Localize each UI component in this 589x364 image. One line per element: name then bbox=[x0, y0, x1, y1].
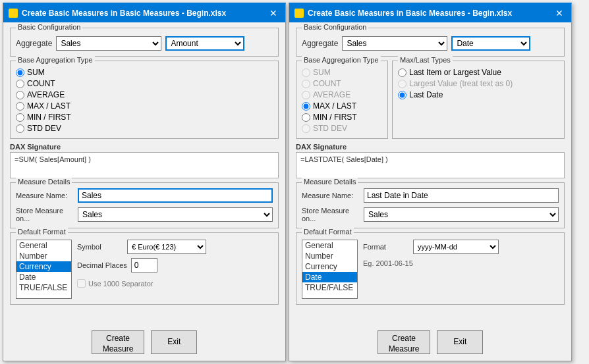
format-inner-2: General Number Currency Date TRUE/FALSE … bbox=[302, 240, 559, 299]
format-item-date-1[interactable]: Date bbox=[16, 272, 71, 282]
radio-max-last-1[interactable]: MAX / LAST bbox=[16, 101, 273, 111]
aggregate-row-2: Aggregate Sales Date bbox=[302, 36, 559, 51]
measure-name-input-1[interactable] bbox=[78, 188, 273, 203]
format-inner-1: General Number Currency Date TRUE/FALSE … bbox=[16, 240, 273, 299]
format-list-1[interactable]: General Number Currency Date TRUE/FALSE bbox=[16, 240, 72, 299]
decimal-label-1: Decimal Places bbox=[77, 261, 127, 269]
measure-name-label-2: Measure Name: bbox=[302, 192, 361, 199]
base-agg-type-group-2: Base Aggregation Type SUM COUNT AVERAGE … bbox=[296, 61, 388, 139]
radio-group-1: SUM COUNT AVERAGE MAX / LAST MIN / FIRST… bbox=[16, 68, 273, 133]
symbol-select-1[interactable]: € Euro(€ 123) bbox=[127, 240, 206, 254]
base-agg-type-group-1: Base Aggregation Type SUM COUNT AVERAGE … bbox=[10, 61, 279, 139]
basic-config-title-2: Basic Configuration bbox=[302, 23, 368, 31]
default-format-section-2: Default Format General Number Currency D… bbox=[296, 232, 565, 305]
title-bar-2: ⚡ Create Basic Measures in Basic Measure… bbox=[289, 4, 571, 22]
radio-last-date[interactable]: Last Date bbox=[398, 90, 559, 99]
close-button-2[interactable]: ✕ bbox=[553, 9, 566, 18]
field-select-2[interactable]: Date bbox=[451, 36, 530, 51]
format-item-truefalse-2[interactable]: TRUE/FALSE bbox=[302, 282, 357, 293]
dialog-body-2: Basic Configuration Aggregate Sales Date… bbox=[289, 22, 571, 326]
dialog-title-1: Create Basic Measures in Basic Measures … bbox=[22, 9, 226, 18]
store-measure-select-2[interactable]: Sales bbox=[364, 207, 559, 222]
app-icon-1: ⚡ bbox=[9, 9, 18, 18]
store-measure-row-1: Store Measure on... Sales bbox=[16, 207, 273, 222]
aggregate-select-2[interactable]: Sales bbox=[342, 36, 447, 51]
radio-average-2[interactable]: AVERAGE bbox=[302, 90, 382, 99]
title-bar-1: ⚡ Create Basic Measures in Basic Measure… bbox=[3, 4, 285, 22]
exit-button-2[interactable]: Exit bbox=[437, 330, 483, 354]
decimal-input-1[interactable] bbox=[131, 258, 157, 273]
dax-section-1: DAX Signature =SUM( Sales[Amount] ) bbox=[10, 143, 279, 178]
radio-max-last-2[interactable]: MAX / LAST bbox=[302, 101, 382, 111]
format-section-title-1: Default Format bbox=[16, 228, 68, 236]
measure-details-title-1: Measure Details bbox=[16, 178, 72, 186]
format-item-currency-1[interactable]: Currency bbox=[16, 261, 71, 272]
format-item-currency-2[interactable]: Currency bbox=[302, 261, 357, 272]
store-measure-label-2: Store Measure on... bbox=[302, 207, 361, 222]
radio-min-first-1[interactable]: MIN / FIRST bbox=[16, 113, 273, 122]
measure-name-label-1: Measure Name: bbox=[16, 192, 75, 199]
radio-last-item[interactable]: Last Item or Largest Value bbox=[398, 68, 559, 77]
dax-label-2: DAX Signature bbox=[296, 143, 565, 151]
exit-button-1[interactable]: Exit bbox=[151, 330, 197, 354]
field-select-1[interactable]: Amount bbox=[165, 36, 244, 51]
format-item-general-1[interactable]: General bbox=[16, 240, 71, 251]
dialog-footer-1: CreateMeasure Exit bbox=[3, 326, 285, 361]
dax-label-1: DAX Signature bbox=[10, 143, 279, 151]
dialog-2: ⚡ Create Basic Measures in Basic Measure… bbox=[289, 3, 572, 361]
store-measure-row-2: Store Measure on... Sales bbox=[302, 207, 559, 222]
measure-details-2: Measure Details Measure Name: Store Meas… bbox=[296, 182, 565, 228]
format-type-row-2: Format yyyy-MM-dd bbox=[363, 240, 559, 254]
format-list-2[interactable]: General Number Currency Date TRUE/FALSE bbox=[302, 240, 358, 299]
dialog-title-2: Create Basic Measures in Basic Measures … bbox=[308, 9, 512, 18]
dax-value-1: =SUM( Sales[Amount] ) bbox=[10, 152, 279, 178]
radio-count-2[interactable]: COUNT bbox=[302, 79, 382, 88]
app-icon-2: ⚡ bbox=[294, 9, 304, 18]
close-button-1[interactable]: ✕ bbox=[267, 9, 280, 18]
format-item-date-2[interactable]: Date bbox=[302, 272, 357, 282]
measure-name-row-1: Measure Name: bbox=[16, 188, 273, 203]
radio-average-1[interactable]: AVERAGE bbox=[16, 90, 273, 99]
agg-max-row: Base Aggregation Type SUM COUNT AVERAGE … bbox=[296, 61, 565, 139]
default-format-section-1: Default Format General Number Currency D… bbox=[10, 232, 279, 305]
radio-sum-2[interactable]: SUM bbox=[302, 68, 382, 77]
dialog-footer-2: CreateMeasure Exit bbox=[289, 326, 571, 361]
create-measure-button-1[interactable]: CreateMeasure bbox=[92, 330, 145, 354]
aggregate-select-1[interactable]: Sales bbox=[56, 36, 161, 51]
eg-text-2: Eg. 2001-06-15 bbox=[363, 259, 559, 267]
base-agg-title-1: Base Aggregation Type bbox=[16, 56, 95, 64]
format-right-2: Format yyyy-MM-dd Eg. 2001-06-15 bbox=[363, 240, 559, 299]
radio-count-1[interactable]: COUNT bbox=[16, 79, 273, 88]
radio-sum-1[interactable]: SUM bbox=[16, 68, 273, 77]
format-item-number-1[interactable]: Number bbox=[16, 251, 71, 261]
symbol-row-1: Symbol € Euro(€ 123) bbox=[77, 240, 273, 254]
separator-row-1: Use 1000 Separator bbox=[77, 279, 273, 288]
format-item-number-2[interactable]: Number bbox=[302, 251, 357, 261]
basic-config-title-1: Basic Configuration bbox=[16, 23, 82, 31]
create-measure-button-2[interactable]: CreateMeasure bbox=[378, 330, 431, 354]
separator-checkbox-1 bbox=[77, 279, 86, 288]
measure-name-row-2: Measure Name: bbox=[302, 188, 559, 203]
separator-label-1: Use 1000 Separator bbox=[88, 280, 153, 288]
measure-name-input-2[interactable] bbox=[364, 188, 559, 203]
format-select-2[interactable]: yyyy-MM-dd bbox=[413, 240, 499, 254]
radio-std-dev-2[interactable]: STD DEV bbox=[302, 124, 382, 133]
dax-section-2: DAX Signature =LASTDATE( Sales[Date] ) bbox=[296, 143, 565, 178]
store-measure-label-1: Store Measure on... bbox=[16, 207, 75, 222]
radio-largest-value[interactable]: Largest Value (treat text as 0) bbox=[398, 79, 559, 88]
max-last-types-title: Max/Last Types bbox=[398, 56, 453, 64]
format-section-title-2: Default Format bbox=[302, 228, 354, 236]
max-last-radio-group: Last Item or Largest Value Largest Value… bbox=[398, 68, 559, 99]
format-item-general-2[interactable]: General bbox=[302, 240, 357, 251]
format-right-1: Symbol € Euro(€ 123) Decimal Places Use … bbox=[77, 240, 273, 299]
radio-min-first-2[interactable]: MIN / FIRST bbox=[302, 113, 382, 122]
radio-std-dev-1[interactable]: STD DEV bbox=[16, 124, 273, 133]
dax-value-2: =LASTDATE( Sales[Date] ) bbox=[296, 152, 565, 178]
symbol-label-1: Symbol bbox=[77, 243, 123, 251]
aggregate-row-1: Aggregate Sales Amount bbox=[16, 36, 273, 51]
format-item-truefalse-1[interactable]: TRUE/FALSE bbox=[16, 282, 71, 293]
max-last-types-group: Max/Last Types Last Item or Largest Valu… bbox=[392, 61, 565, 139]
measure-details-title-2: Measure Details bbox=[302, 178, 358, 186]
store-measure-select-1[interactable]: Sales bbox=[78, 207, 273, 222]
base-agg-title-2: Base Aggregation Type bbox=[302, 56, 381, 64]
